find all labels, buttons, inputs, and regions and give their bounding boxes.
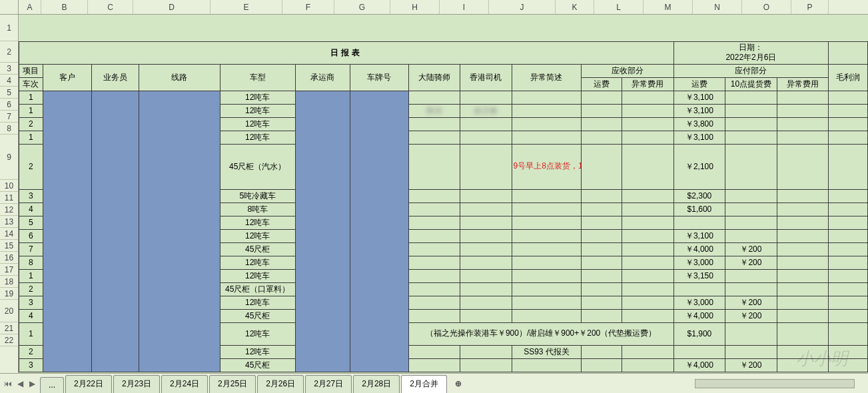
- pay-abn-16: [777, 269, 829, 282]
- pay-fee-13: ￥3,100: [673, 229, 725, 242]
- tab-2月23日[interactable]: 2月23日: [113, 375, 160, 393]
- pay-fee-15: ￥3,000: [673, 256, 725, 269]
- column-header-D[interactable]: D: [133, 0, 211, 14]
- row-header-17[interactable]: 17: [0, 264, 18, 276]
- tab-2月26日[interactable]: 2月26日: [257, 375, 304, 393]
- row-header-10[interactable]: 10: [0, 180, 18, 192]
- row-header-1[interactable]: 1: [0, 15, 18, 41]
- row-header-19[interactable]: 19: [0, 288, 18, 300]
- row-header-21[interactable]: 21: [0, 322, 18, 334]
- column-header-A[interactable]: A: [19, 0, 41, 14]
- column-header-H[interactable]: H: [390, 0, 440, 14]
- row-header-15[interactable]: 15: [0, 240, 18, 252]
- pay-fee-7: ￥3,800: [673, 117, 725, 131]
- recv-fee-5: [582, 91, 622, 104]
- sheet-tabs: ...2月22日2月23日2月24日2月25日2月26日2月27日2月28日2月…: [40, 374, 448, 393]
- row-headers-strip: 12345678910111213141516171819202122: [0, 15, 19, 373]
- pay-fee-22: ￥4,000: [673, 358, 725, 372]
- trip-17: 2: [19, 282, 43, 296]
- select-all-corner[interactable]: [0, 0, 19, 14]
- profit-10: [829, 189, 868, 202]
- row-header-3[interactable]: 3: [0, 63, 18, 75]
- date-label: 日期：: [675, 43, 827, 53]
- vehicle-13: 12吨车: [220, 229, 295, 242]
- hdr-payable: 应付部分: [673, 64, 829, 77]
- column-header-F[interactable]: F: [282, 0, 334, 14]
- pay-abn-14: [777, 242, 829, 256]
- tab-prev-icon[interactable]: ◀: [16, 380, 24, 388]
- row-header-22[interactable]: 22: [0, 334, 18, 346]
- column-header-L[interactable]: L: [594, 0, 644, 14]
- tab-next-icon[interactable]: ▶: [28, 380, 36, 388]
- add-sheet-button[interactable]: ⊕: [448, 374, 468, 393]
- tab-2月28日[interactable]: 2月28日: [353, 375, 400, 393]
- recv-fee-7: [582, 117, 622, 131]
- pay-abn-8: [777, 131, 829, 144]
- pay-pick-6: [725, 104, 777, 117]
- hdr-sales: 业务员: [91, 64, 139, 91]
- pay-fee-17: [673, 282, 725, 296]
- row-header-18[interactable]: 18: [0, 276, 18, 288]
- pay-abn-9: [777, 144, 829, 189]
- profit-20: [829, 322, 868, 345]
- recv-fee-6: [582, 104, 622, 117]
- tab-first-icon[interactable]: ⏮: [4, 380, 12, 388]
- column-header-O[interactable]: O: [742, 0, 791, 14]
- column-header-P[interactable]: P: [791, 0, 829, 14]
- driver-cn-15: [408, 256, 460, 269]
- tab-2月25日[interactable]: 2月25日: [209, 375, 256, 393]
- row-header-13[interactable]: 13: [0, 216, 18, 228]
- abnormal-8: [512, 131, 582, 144]
- recv-fee-22: [582, 358, 622, 372]
- row-header-9[interactable]: 9: [0, 135, 18, 180]
- row-header-7[interactable]: 7: [0, 111, 18, 123]
- pay-abn-12: [777, 216, 829, 229]
- tab-ellipsis[interactable]: ...: [40, 377, 64, 393]
- column-header-E[interactable]: E: [211, 0, 282, 14]
- column-header-K[interactable]: K: [556, 0, 594, 14]
- recv-abn-22: [622, 358, 674, 372]
- column-header-N[interactable]: N: [693, 0, 742, 14]
- row-header-16[interactable]: 16: [0, 252, 18, 264]
- pay-pick-12: [725, 216, 777, 229]
- column-header-M[interactable]: M: [644, 0, 693, 14]
- hdr-recv-fee: 运费: [582, 77, 622, 91]
- row-header-20[interactable]: 20: [0, 300, 18, 322]
- trip-15: 8: [19, 256, 43, 269]
- pay-fee-16: ￥3,150: [673, 269, 725, 282]
- tab-2月24日[interactable]: 2月24日: [161, 375, 208, 393]
- row-header-8[interactable]: 8: [0, 123, 18, 135]
- row-header-4[interactable]: 4: [0, 75, 18, 87]
- pay-abn-5: [777, 91, 829, 104]
- row-header-6[interactable]: 6: [0, 99, 18, 111]
- column-header-J[interactable]: J: [489, 0, 556, 14]
- profit-5: [829, 91, 868, 104]
- column-header-B[interactable]: B: [41, 0, 88, 14]
- row-header-14[interactable]: 14: [0, 228, 18, 240]
- recv-fee-13: [582, 229, 622, 242]
- grid-area[interactable]: 日报表日期：2022年2月6日项目客户业务员线路车型承运商车牌号大陆骑师香港司机…: [19, 15, 868, 373]
- trip-20: 1: [19, 322, 43, 345]
- abnormal-12: [512, 216, 582, 229]
- tab-2月合并[interactable]: 2月合并: [401, 375, 447, 393]
- pay-pick-22: ￥200: [725, 358, 777, 372]
- row-header-2[interactable]: 2: [0, 41, 18, 63]
- driver-hk-15: [460, 256, 512, 269]
- pay-pick-5: [725, 91, 777, 104]
- column-header-I[interactable]: I: [440, 0, 489, 14]
- pay-fee-19: ￥4,000: [673, 309, 725, 322]
- vehicle-19: 45尺柜: [220, 309, 295, 322]
- tab-2月27日[interactable]: 2月27日: [305, 375, 352, 393]
- recv-fee-19: [582, 309, 622, 322]
- pay-fee-11: $1,600: [673, 202, 725, 216]
- driver-cn-5: [408, 91, 460, 104]
- column-header-C[interactable]: C: [88, 0, 133, 14]
- horizontal-scrollbar[interactable]: [695, 374, 868, 393]
- row-header-12[interactable]: 12: [0, 204, 18, 216]
- row-header-5[interactable]: 5: [0, 87, 18, 99]
- row-header-11[interactable]: 11: [0, 192, 18, 204]
- tab-2月22日[interactable]: 2月22日: [65, 375, 112, 393]
- column-header-G[interactable]: G: [334, 0, 390, 14]
- trip-6: 1: [19, 104, 43, 117]
- profit-13: [829, 229, 868, 242]
